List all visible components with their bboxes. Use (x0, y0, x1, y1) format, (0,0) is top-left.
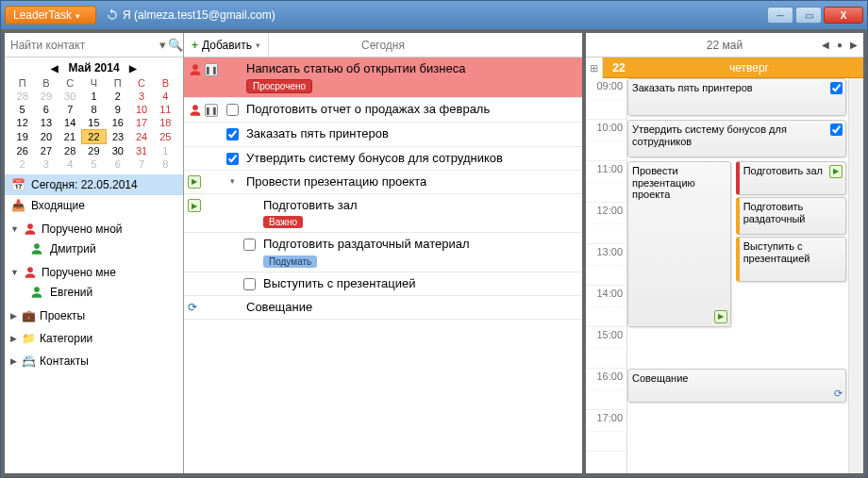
window-minimize-button[interactable]: ─ (767, 7, 793, 24)
task-row[interactable]: ❚❚ Написать статью об открытии бизнесаПр… (184, 58, 582, 98)
expand-toggle-icon[interactable]: ▾ (227, 176, 237, 186)
cal-prev-icon[interactable]: ◀ (51, 63, 58, 74)
cal-day[interactable]: 27 (34, 144, 58, 158)
timeline-event[interactable]: Совещание⟳ (627, 369, 846, 403)
nav-contacts[interactable]: ▶📇Контакты (5, 348, 183, 371)
pause-icon[interactable]: ❚❚ (205, 63, 218, 76)
task-row[interactable]: ❚❚ Подготовить отчет о продажах за февра… (184, 98, 582, 123)
app-menu-button[interactable]: LeaderTask (5, 6, 96, 25)
cal-day[interactable]: 6 (106, 157, 129, 171)
task-checkbox[interactable] (226, 128, 239, 140)
cal-day[interactable]: 28 (58, 144, 82, 158)
timeline-event[interactable]: Заказать пять принтеров (627, 78, 846, 116)
task-checkbox[interactable] (226, 153, 239, 165)
expand-all-button[interactable]: ⊞ (586, 58, 603, 78)
task-row[interactable]: Утвердить систему бонусов для сотруднико… (184, 147, 582, 171)
event-checkbox[interactable] (830, 124, 843, 136)
cal-day[interactable]: 30 (58, 90, 82, 103)
cal-day[interactable]: 17 (129, 116, 153, 130)
cal-day[interactable]: 10 (129, 103, 153, 116)
cal-day[interactable]: 7 (129, 157, 153, 171)
cal-day[interactable]: 2 (10, 157, 34, 171)
cal-day[interactable]: 29 (82, 144, 106, 158)
account-indicator[interactable]: Я (almeza.test15@gmail.com) (106, 8, 275, 22)
cal-day[interactable]: 2 (106, 90, 129, 103)
play-icon[interactable]: ▶ (188, 175, 201, 189)
cal-day[interactable]: 1 (154, 144, 177, 158)
task-row[interactable]: ▶ Подготовить залВажно (184, 194, 582, 233)
cal-day[interactable]: 16 (106, 116, 129, 130)
task-row[interactable]: Заказать пять принтеров (184, 123, 582, 146)
cal-day[interactable]: 13 (34, 116, 58, 130)
cal-day[interactable]: 20 (34, 130, 58, 144)
cal-day[interactable]: 22 (82, 130, 106, 144)
cal-day[interactable]: 9 (106, 103, 129, 116)
task-list[interactable]: ❚❚ Написать статью об открытии бизнесаПр… (184, 58, 582, 473)
task-checkbox[interactable] (226, 104, 239, 116)
cal-day[interactable]: 8 (154, 157, 177, 171)
nav-to-me-user[interactable]: Евгений (5, 282, 183, 303)
cal-day[interactable]: 30 (106, 144, 129, 158)
pause-icon[interactable]: ❚❚ (205, 104, 218, 117)
nav-delegated-by-me[interactable]: ▼Поручено мной (5, 216, 183, 239)
cal-day[interactable]: 25 (154, 130, 177, 144)
task-checkbox[interactable] (243, 239, 256, 251)
cal-day[interactable]: 4 (58, 157, 82, 171)
cal-day[interactable]: 5 (10, 103, 34, 116)
cal-day[interactable]: 31 (129, 144, 153, 158)
timeline[interactable]: 09:0010:0011:0012:0013:0014:0015:0016:00… (586, 78, 863, 473)
timeline-event[interactable]: Провести презентацию проекта▶ (627, 161, 731, 327)
cal-day[interactable]: 26 (10, 144, 34, 158)
cal-day[interactable]: 19 (10, 130, 34, 144)
nav-delegated-to-me[interactable]: ▼Поручено мне (5, 259, 183, 282)
task-row[interactable]: Выступить с презентацией (184, 272, 582, 296)
play-icon[interactable]: ▶ (829, 165, 843, 178)
cal-day[interactable]: 29 (34, 90, 58, 103)
cal-day[interactable]: 28 (10, 90, 34, 103)
search-icon[interactable]: 🔍 (168, 38, 183, 52)
nav-projects[interactable]: ▶💼Проекты (5, 303, 183, 325)
play-icon[interactable]: ▶ (714, 310, 727, 323)
cal-day[interactable]: 8 (82, 103, 106, 116)
cal-day[interactable]: 21 (58, 130, 82, 144)
cal-day[interactable]: 15 (82, 116, 106, 130)
search-dropdown-icon[interactable]: ▾ (158, 38, 168, 52)
cal-day[interactable]: 6 (34, 103, 58, 116)
cal-day[interactable]: 3 (129, 90, 153, 103)
timeline-event[interactable]: Утвердить систему бонусов для сотруднико… (627, 120, 846, 157)
task-checkbox[interactable] (243, 278, 256, 290)
task-row[interactable]: ▶ ▾ Провести презентацию проекта (184, 171, 582, 194)
nav-by-me-user[interactable]: Дмитрий (5, 239, 183, 259)
day-next-icon[interactable]: ▶ (850, 40, 858, 50)
task-row[interactable]: ⟳ Совещание (184, 296, 582, 320)
cal-day[interactable]: 18 (154, 116, 177, 130)
cal-day[interactable]: 5 (82, 157, 106, 171)
cal-day[interactable]: 14 (58, 116, 82, 130)
day-prev-icon[interactable]: ◀ (822, 40, 829, 50)
cal-day[interactable]: 24 (129, 130, 153, 144)
play-icon[interactable]: ▶ (188, 199, 201, 212)
nav-inbox[interactable]: 📥Входящие (5, 195, 183, 216)
window-maximize-button[interactable]: ▭ (795, 7, 822, 24)
day-today-icon[interactable]: ● (837, 40, 843, 50)
search-input[interactable] (5, 37, 158, 54)
mini-calendar[interactable]: ◀ Май 2014 ▶ ПВСЧПСВ28293012345678910111… (5, 58, 183, 174)
cal-day[interactable]: 7 (58, 103, 82, 116)
nav-today[interactable]: 📅Сегодня: 22.05.2014 (5, 174, 183, 195)
cal-day[interactable]: 23 (106, 130, 129, 144)
cal-day[interactable]: 4 (154, 90, 177, 103)
cal-day[interactable]: 12 (10, 116, 34, 130)
cal-day[interactable]: 3 (34, 157, 58, 171)
timeline-event[interactable]: Подготовить зал▶ (736, 161, 846, 195)
timeline-event[interactable]: Подготовить раздаточный (736, 197, 846, 235)
cal-day[interactable]: 1 (82, 90, 106, 103)
cal-next-icon[interactable]: ▶ (129, 63, 137, 74)
nav-categories[interactable]: ▶📁Категории (5, 325, 183, 348)
timeline-event[interactable]: Выступить с презентацией (736, 237, 846, 282)
cal-day[interactable]: 11 (154, 103, 177, 116)
add-task-button[interactable]: +Добавить▾ (184, 33, 269, 57)
event-checkbox[interactable] (830, 82, 843, 94)
scrollbar[interactable] (848, 78, 863, 473)
task-row[interactable]: Подготовить раздаточный материалПодумать (184, 233, 582, 272)
window-close-button[interactable]: X (824, 7, 863, 24)
